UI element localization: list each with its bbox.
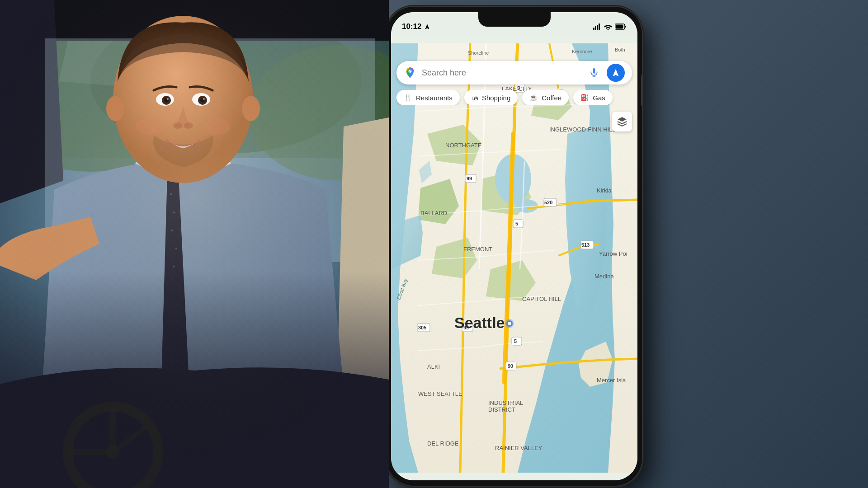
- svg-text:RAINIER VALLEY: RAINIER VALLEY: [495, 445, 542, 451]
- power-button: [641, 75, 642, 106]
- svg-text:520: 520: [544, 200, 552, 205]
- phone-screen: 10:12: [391, 12, 637, 480]
- location-arrow-icon: [424, 23, 430, 30]
- svg-rect-33: [0, 0, 389, 488]
- microphone-icon: [590, 68, 599, 78]
- shopping-pill[interactable]: 🛍 Shopping: [464, 90, 518, 105]
- svg-text:Both: Both: [615, 47, 625, 52]
- svg-text:DEL RIDGE: DEL RIDGE: [427, 440, 459, 447]
- search-bar[interactable]: G Search here: [396, 61, 632, 84]
- svg-text:INGLEWOOD-FINN HILL: INGLEWOOD-FINN HILL: [549, 126, 616, 133]
- svg-point-90: [508, 322, 511, 325]
- svg-text:90: 90: [508, 363, 513, 369]
- gas-label: Gas: [593, 94, 605, 102]
- shopping-label: Shopping: [482, 94, 510, 102]
- google-maps-icon: G: [404, 66, 416, 79]
- svg-text:Seattle: Seattle: [454, 314, 505, 331]
- category-pills: 🍴 Restaurants 🛍 Shopping ☕ Coffee ⛽ Gas: [396, 90, 637, 105]
- svg-text:99: 99: [467, 176, 472, 181]
- coffee-icon: ☕: [529, 94, 538, 102]
- svg-text:5: 5: [514, 338, 517, 344]
- wifi-icon: [604, 23, 612, 30]
- svg-text:513: 513: [581, 242, 590, 248]
- time-display: 10:12: [402, 22, 421, 31]
- svg-text:Medina: Medina: [594, 273, 614, 280]
- svg-text:Mercer Isla: Mercer Isla: [597, 377, 626, 384]
- svg-text:CAPITOL HILL: CAPITOL HILL: [522, 296, 561, 302]
- svg-text:DISTRICT: DISTRICT: [488, 406, 515, 413]
- gas-icon: ⛽: [580, 94, 589, 102]
- background-photo: [0, 0, 389, 488]
- gas-pill[interactable]: ⛽ Gas: [573, 90, 613, 105]
- shopping-icon: 🛍: [472, 94, 478, 102]
- restaurants-pill[interactable]: 🍴 Restaurants: [396, 90, 460, 105]
- signal-icon: [593, 23, 601, 30]
- coffee-label: Coffee: [542, 94, 561, 102]
- svg-rect-35: [593, 28, 594, 30]
- svg-rect-36: [595, 26, 596, 30]
- phone-device: 10:12: [387, 7, 642, 486]
- navigate-icon: [611, 68, 620, 77]
- status-icons: [593, 23, 627, 30]
- coffee-pill[interactable]: ☕ Coffee: [522, 90, 569, 105]
- restaurants-label: Restaurants: [416, 94, 453, 102]
- svg-text:Kirkla: Kirkla: [597, 187, 612, 194]
- svg-text:5: 5: [515, 221, 518, 226]
- svg-text:ALKI: ALKI: [427, 363, 440, 370]
- status-time: 10:12: [402, 22, 430, 31]
- layers-icon: [617, 116, 627, 127]
- svg-rect-37: [597, 25, 598, 30]
- navigate-button[interactable]: [607, 64, 625, 82]
- svg-text:Shoreline: Shoreline: [468, 50, 489, 56]
- phone-notch: [478, 12, 551, 27]
- search-input[interactable]: Search here: [422, 68, 581, 78]
- svg-text:Yarrow Poi: Yarrow Poi: [599, 250, 627, 257]
- svg-rect-38: [599, 23, 600, 30]
- battery-icon: [615, 23, 627, 30]
- microphone-button[interactable]: [587, 66, 601, 80]
- svg-text:Kenmore: Kenmore: [572, 49, 592, 54]
- map-area[interactable]: Shoreline Kenmore Both 5 5 5 99 99 522: [391, 36, 637, 480]
- svg-text:NORTHGATE: NORTHGATE: [445, 142, 482, 149]
- svg-point-39: [607, 29, 609, 30]
- svg-text:FREMONT: FREMONT: [463, 246, 492, 253]
- svg-text:305: 305: [418, 325, 426, 330]
- svg-text:WEST SEATTLE: WEST SEATTLE: [418, 390, 462, 397]
- svg-text:INDUSTRIAL: INDUSTRIAL: [488, 399, 523, 406]
- svg-rect-41: [615, 25, 623, 29]
- layers-button[interactable]: [612, 112, 632, 131]
- svg-text:G: G: [409, 70, 412, 74]
- svg-text:BALLARD: BALLARD: [420, 210, 447, 216]
- restaurants-icon: 🍴: [404, 94, 412, 102]
